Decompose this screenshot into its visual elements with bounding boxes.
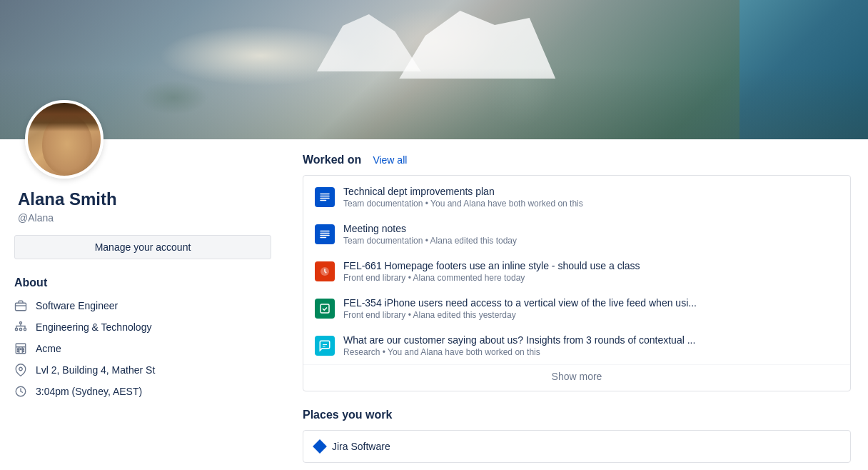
svg-rect-5 [24,329,26,331]
about-item-department: Engineering & Technology [14,321,271,334]
building-icon [14,342,27,355]
work-item-content-3: FEL-661 Homepage footers use an inline s… [343,260,839,283]
about-item-time: 3:04pm (Sydney, AEST) [14,385,271,398]
work-item-content-4: FEL-354 iPhone users need access to a ve… [343,297,839,320]
main-content: Worked on View all Technical [286,139,868,470]
svg-rect-3 [16,329,18,331]
hierarchy-icon [14,321,27,334]
svg-rect-19 [320,233,330,234]
work-item-meta-5: Research • You and Alana have both worke… [343,347,839,357]
layout: Alana Smith @Alana Manage your account A… [0,139,868,470]
work-item-meta-4: Front end library • Alana edited this ye… [343,310,839,320]
work-item-content-1: Technical dept improvements plan Team do… [343,186,839,209]
svg-point-2 [20,322,22,324]
work-item-icon-2 [315,224,335,244]
user-handle: @Alana [14,212,271,224]
svg-rect-10 [18,351,19,352]
work-item-icon-1 [315,187,335,207]
work-item-5[interactable]: What are our customer saying about us? I… [303,327,850,364]
work-item-content-5: What are our customer saying about us? I… [343,334,839,357]
work-item-1[interactable]: Technical dept improvements plan Team do… [303,179,850,216]
work-item-3[interactable]: FEL-661 Homepage footers use an inline s… [303,253,850,290]
about-location-text: Lvl 2, Building 4, Mather St [36,364,155,376]
svg-rect-11 [23,351,24,352]
location-icon [14,364,27,376]
svg-rect-14 [320,194,330,195]
briefcase-icon [14,299,27,312]
svg-rect-15 [320,196,330,197]
view-all-link[interactable]: View all [373,154,407,166]
work-item-title-5: What are our customer saying about us? I… [343,334,839,346]
sidebar: Alana Smith @Alana Manage your account A… [0,139,286,470]
show-more-button[interactable]: Show more [303,364,850,388]
work-item-title-1: Technical dept improvements plan [343,186,839,197]
svg-rect-8 [20,349,21,350]
svg-rect-18 [320,231,330,232]
work-item-icon-4 [315,299,335,319]
work-item-title-3: FEL-661 Homepage footers use an inline s… [343,260,839,271]
about-department-text: Engineering & Technology [36,321,151,333]
svg-rect-17 [320,200,326,201]
worked-on-header: Worked on View all [303,154,851,166]
about-item-company: Acme [14,342,271,355]
svg-rect-4 [20,329,22,331]
cover-image [0,0,868,139]
manage-account-button[interactable]: Manage your account [14,235,271,259]
work-item-icon-3 [315,261,335,281]
places-section: Places you work Jira Software [303,409,851,463]
about-title: About [14,276,271,289]
worked-on-title: Worked on [303,154,361,166]
svg-point-12 [19,367,23,371]
about-item-location: Lvl 2, Building 4, Mather St [14,364,271,376]
places-card-jira[interactable]: Jira Software [303,430,851,463]
about-time-text: 3:04pm (Sydney, AEST) [36,386,142,397]
work-item-content-2: Meeting notes Team documentation • Alana… [343,223,839,246]
svg-rect-9 [23,349,24,350]
work-item-meta-3: Front end library • Alana commented here… [343,273,839,283]
svg-rect-7 [18,349,19,350]
user-name: Alana Smith [14,189,271,209]
avatar [25,100,104,179]
svg-rect-21 [320,237,326,239]
about-company-text: Acme [36,343,61,354]
svg-rect-20 [320,235,330,236]
page-container: Alana Smith @Alana Manage your account A… [0,0,868,470]
places-title: Places you work [303,409,851,421]
worked-on-card: Technical dept improvements plan Team do… [303,175,851,391]
svg-rect-23 [321,304,329,313]
places-jira-name: Jira Software [332,441,390,452]
work-item-2[interactable]: Meeting notes Team documentation • Alana… [303,216,850,253]
jira-diamond-icon [313,439,327,454]
svg-rect-16 [320,198,330,199]
work-item-title-4: FEL-354 iPhone users need access to a ve… [343,297,839,309]
about-section: About Software Engineer [14,276,271,398]
work-item-icon-5 [315,336,335,356]
work-item-title-2: Meeting notes [343,223,839,234]
about-item-job-title: Software Engineer [14,299,271,312]
work-item-meta-1: Team documentation • You and Alana have … [343,199,839,209]
work-item-4[interactable]: FEL-354 iPhone users need access to a ve… [303,290,850,327]
svg-rect-0 [16,303,26,311]
clock-icon [14,385,27,398]
work-item-meta-2: Team documentation • Alana edited this t… [343,236,839,246]
about-job-title-text: Software Engineer [36,300,118,311]
